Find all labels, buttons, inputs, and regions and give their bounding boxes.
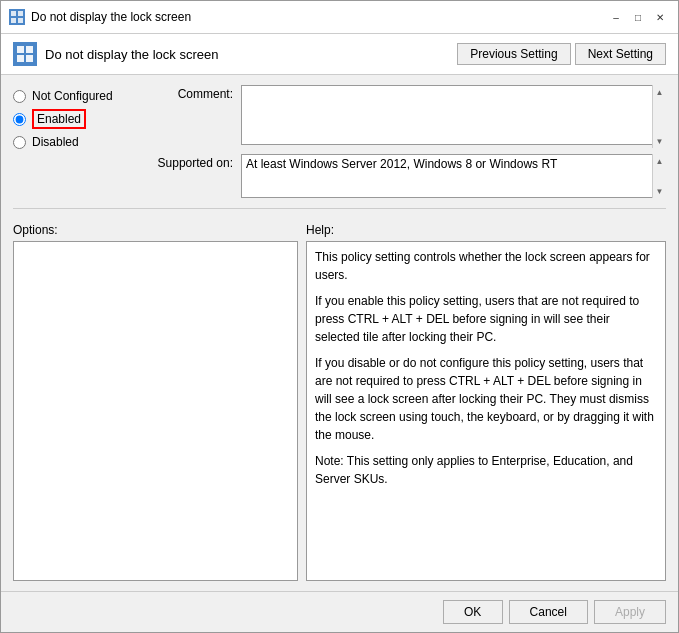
help-box: This policy setting controls whether the…	[306, 241, 666, 581]
comment-row: Comment: ▲ ▼	[143, 85, 666, 148]
help-panel: Help: This policy setting controls wheth…	[306, 223, 666, 581]
top-section: Not Configured Enabled Disabled Comment:	[13, 85, 666, 198]
enabled-radio-item[interactable]: Enabled	[13, 109, 143, 129]
close-button[interactable]: ✕	[650, 7, 670, 27]
cancel-button[interactable]: Cancel	[509, 600, 588, 624]
main-content-area: Options: Help: This policy setting contr…	[13, 223, 666, 581]
svg-rect-4	[17, 46, 24, 53]
title-bar: Do not display the lock screen – □ ✕	[1, 1, 678, 34]
not-configured-radio[interactable]	[13, 90, 26, 103]
previous-setting-button[interactable]: Previous Setting	[457, 43, 570, 65]
svg-rect-7	[26, 55, 33, 62]
ok-button[interactable]: OK	[443, 600, 503, 624]
disabled-radio[interactable]	[13, 136, 26, 149]
supported-scrollbar[interactable]: ▲ ▼	[652, 154, 666, 198]
comment-label: Comment:	[143, 85, 233, 101]
svg-rect-2	[11, 18, 16, 23]
help-paragraph-3: If you disable or do not configure this …	[315, 354, 657, 444]
window-title: Do not display the lock screen	[31, 10, 191, 24]
content-area: Not Configured Enabled Disabled Comment:	[1, 75, 678, 591]
options-box	[13, 241, 298, 581]
comment-wrapper: ▲ ▼	[241, 85, 666, 148]
not-configured-radio-item[interactable]: Not Configured	[13, 89, 143, 103]
help-title: Help:	[306, 223, 666, 237]
supported-value: At least Windows Server 2012, Windows 8 …	[241, 154, 666, 198]
svg-rect-1	[18, 11, 23, 16]
help-paragraph-4: Note: This setting only applies to Enter…	[315, 452, 657, 488]
enabled-label: Enabled	[32, 109, 86, 129]
next-setting-button[interactable]: Next Setting	[575, 43, 666, 65]
window-icon	[9, 9, 25, 25]
svg-rect-6	[17, 55, 24, 62]
not-configured-label: Not Configured	[32, 89, 113, 103]
enabled-radio[interactable]	[13, 113, 26, 126]
window-controls: – □ ✕	[606, 7, 670, 27]
supported-wrapper: At least Windows Server 2012, Windows 8 …	[241, 154, 666, 198]
options-panel: Options:	[13, 223, 298, 581]
navigation-buttons: Previous Setting Next Setting	[457, 43, 666, 65]
policy-icon	[13, 42, 37, 66]
supported-label: Supported on:	[143, 154, 233, 170]
minimize-button[interactable]: –	[606, 7, 626, 27]
supported-scroll-down[interactable]: ▼	[654, 184, 666, 198]
section-divider	[13, 208, 666, 209]
supported-row: Supported on: At least Windows Server 20…	[143, 154, 666, 198]
header-title-area: Do not display the lock screen	[13, 42, 218, 66]
radio-column: Not Configured Enabled Disabled	[13, 85, 143, 198]
scroll-up-arrow[interactable]: ▲	[654, 85, 666, 99]
header-title-text: Do not display the lock screen	[45, 47, 218, 62]
disabled-radio-item[interactable]: Disabled	[13, 135, 143, 149]
scroll-down-arrow[interactable]: ▼	[654, 134, 666, 148]
help-paragraph-1: This policy setting controls whether the…	[315, 248, 657, 284]
maximize-button[interactable]: □	[628, 7, 648, 27]
svg-rect-5	[26, 46, 33, 53]
svg-rect-0	[11, 11, 16, 16]
header-bar: Do not display the lock screen Previous …	[1, 34, 678, 75]
apply-button[interactable]: Apply	[594, 600, 666, 624]
supported-scroll-up[interactable]: ▲	[654, 154, 666, 168]
right-section: Comment: ▲ ▼ Supported on: At least Wind…	[143, 85, 666, 198]
help-paragraph-2: If you enable this policy setting, users…	[315, 292, 657, 346]
comment-textarea[interactable]	[241, 85, 666, 145]
svg-rect-3	[18, 18, 23, 23]
disabled-label: Disabled	[32, 135, 79, 149]
comment-scrollbar[interactable]: ▲ ▼	[652, 85, 666, 148]
title-bar-left: Do not display the lock screen	[9, 9, 191, 25]
footer: OK Cancel Apply	[1, 591, 678, 632]
options-title: Options:	[13, 223, 298, 237]
main-window: Do not display the lock screen – □ ✕ Do …	[0, 0, 679, 633]
